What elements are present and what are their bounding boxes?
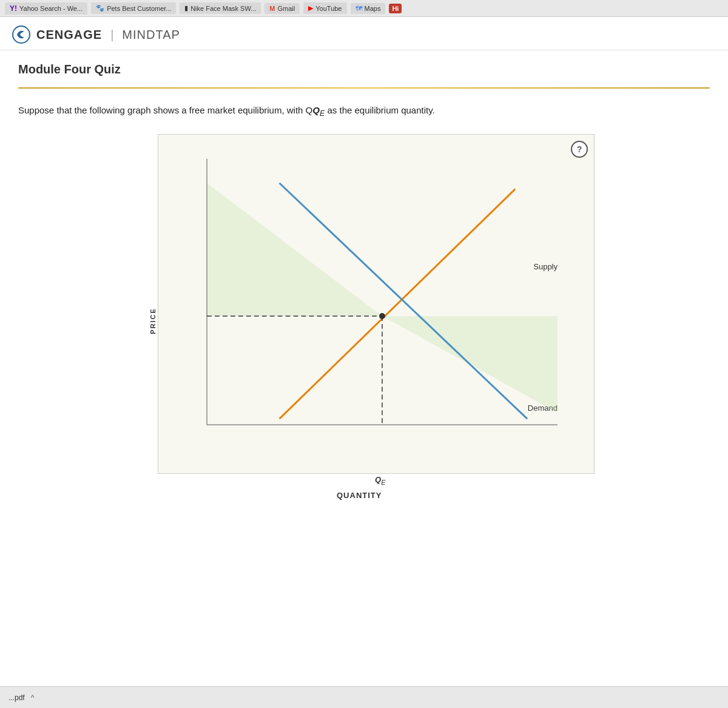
tab-hi-badge[interactable]: Hi — [389, 4, 402, 13]
yahoo-icon: Y! — [10, 4, 17, 13]
tab-youtube-label: YouTube — [315, 5, 342, 12]
tab-yahoo[interactable]: Y! Yahoo Search - We... — [5, 2, 87, 15]
gmail-icon: M — [269, 5, 275, 12]
pets-icon: 🐾 — [96, 4, 104, 12]
cengage-logo-icon — [12, 25, 30, 44]
chart-svg — [158, 135, 594, 473]
q-letter: Q — [312, 105, 320, 115]
nike-icon: ▮ — [184, 4, 188, 12]
x-axis-labels: QE QUANTITY — [158, 474, 595, 507]
equilibrium-point — [379, 313, 385, 319]
bottom-bar: ...pdf ^ — [0, 686, 728, 708]
caret-up-icon[interactable]: ^ — [31, 693, 35, 702]
svg-point-0 — [13, 26, 30, 43]
main-area: CENGAGE | MINDTAP Module Four Quiz Suppo… — [0, 17, 728, 686]
quantity-label: QUANTITY — [337, 491, 382, 500]
separator-line — [18, 87, 710, 89]
tab-pets-label: Pets Best Customer... — [107, 5, 171, 12]
module-title: Module Four Quiz — [18, 62, 710, 76]
maps-icon: 🗺 — [356, 5, 362, 12]
question-text: Suppose that the following graph shows a… — [18, 103, 710, 120]
tab-nike[interactable]: ▮ Nike Face Mask SW... — [180, 2, 261, 14]
green-area-left — [207, 183, 382, 316]
content-area: Module Four Quiz Suppose that the follow… — [0, 50, 728, 519]
pdf-label: ...pdf — [8, 693, 25, 702]
tab-maps-label: Maps — [365, 5, 381, 12]
tab-nike-label: Nike Face Mask SW... — [190, 5, 256, 12]
qe-x-label: QE — [375, 475, 385, 486]
logo-bar: CENGAGE | MINDTAP — [0, 17, 728, 50]
tab-gmail[interactable]: M Gmail — [265, 3, 300, 14]
y-axis-label: PRICE — [149, 308, 157, 334]
tab-maps[interactable]: 🗺 Maps — [351, 3, 386, 14]
logo-brand: CENGAGE — [36, 28, 102, 42]
tab-youtube[interactable]: ▶ YouTube — [303, 2, 346, 14]
youtube-icon: ▶ — [308, 4, 313, 12]
browser-tab-bar: Y! Yahoo Search - We... 🐾 Pets Best Cust… — [0, 0, 728, 17]
question-pre: Suppose that the following graph shows a… — [18, 105, 312, 115]
tab-pets[interactable]: 🐾 Pets Best Customer... — [91, 2, 176, 14]
logo-divider: | — [110, 28, 113, 42]
graph-container: ? Supply Demand — [158, 134, 595, 474]
graph-wrapper: PRICE ? Supply Demand — [133, 134, 595, 507]
tab-yahoo-label: Yahoo Search - We... — [19, 5, 83, 12]
logo-sub: MINDTAP — [122, 28, 180, 42]
question-post: as the equilibrium quantity. — [325, 105, 435, 115]
tab-gmail-label: Gmail — [278, 5, 295, 12]
